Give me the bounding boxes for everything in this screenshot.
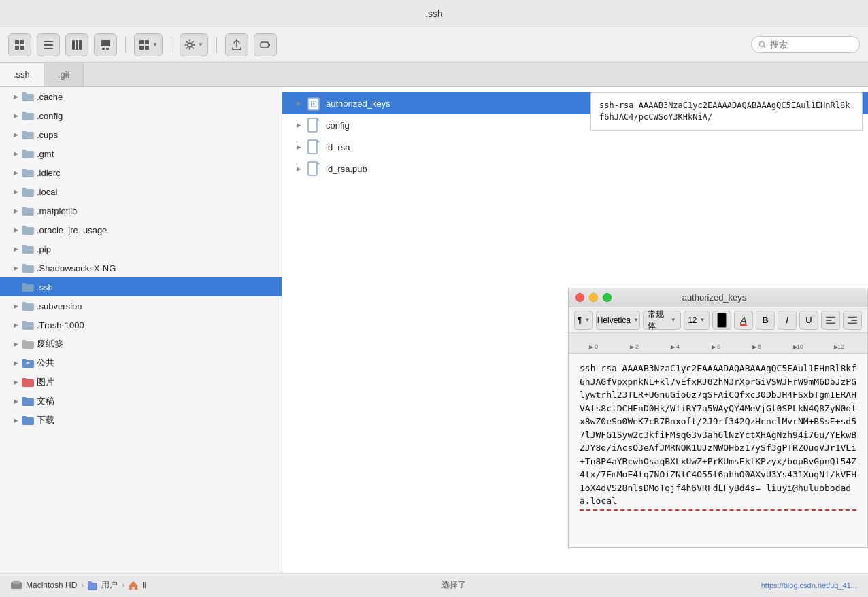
sidebar-item-trash1000[interactable]: ▶ .Trash-1000: [0, 315, 282, 335]
highlight-color-button[interactable]: A: [734, 311, 753, 330]
doc-icon-idrsa: [307, 139, 320, 155]
minimize-button[interactable]: [589, 293, 598, 302]
home-icon: [129, 581, 138, 590]
svg-rect-69: [848, 322, 857, 324]
folder-icon: [22, 187, 34, 197]
align-right-button[interactable]: [843, 311, 862, 330]
svg-rect-1: [20, 40, 24, 44]
folder-icon: [22, 263, 34, 273]
sidebar-item-public[interactable]: ▶ 公共: [0, 354, 282, 373]
sidebar-item-pictures[interactable]: ▶ 图片: [0, 373, 282, 392]
gear-icon: [184, 39, 195, 50]
sidebar-item-matplotlib[interactable]: ▶ .matplotlib: [0, 201, 282, 220]
csdn-link[interactable]: https://blog.csdn.net/uq_41...: [761, 581, 857, 590]
folder-icon: [22, 301, 34, 311]
underline-button[interactable]: U: [799, 311, 818, 330]
folder-icon: [22, 396, 34, 406]
svg-rect-66: [826, 322, 835, 324]
settings-button[interactable]: ▼: [180, 33, 208, 56]
view-list-button[interactable]: [37, 33, 60, 56]
expand-arrow-subversion: ▶: [11, 301, 20, 311]
sidebar-item-cups[interactable]: ▶ .cups: [0, 125, 282, 144]
svg-rect-34: [22, 207, 27, 209]
paragraph-icon: ¶: [578, 315, 582, 325]
sidebar-item-oracle[interactable]: ▶ .oracle_jre_usage: [0, 220, 282, 239]
label: 废纸篓: [37, 338, 63, 350]
italic-button[interactable]: I: [778, 311, 797, 330]
font-style-label: 常规体: [648, 309, 668, 332]
share-button[interactable]: [225, 33, 248, 56]
sidebar-item-shadowsocks[interactable]: ▶ .ShadowsocksX-NG: [0, 258, 282, 277]
bold-button[interactable]: B: [756, 311, 775, 330]
svg-rect-16: [145, 46, 149, 50]
ssh-content-line-1: ssh-rsa AAAAB3NzaC1yc2EAAAADAQABAAAgQC5E…: [580, 362, 856, 511]
svg-rect-18: [261, 42, 269, 48]
font-style-selector[interactable]: 常规体 ▼: [643, 311, 681, 330]
sidebar-item-documents[interactable]: ▶ 文稿: [0, 392, 282, 411]
folder-icon: [22, 377, 34, 387]
font-size-label: 12: [688, 315, 697, 325]
font-label: Helvetica: [597, 315, 631, 325]
tag-button[interactable]: [254, 33, 277, 56]
editor-content-area[interactable]: ssh-rsa AAAAB3NzaC1yc2EAAAADAQABAAAgQC5E…: [569, 354, 867, 547]
svg-rect-64: [826, 316, 835, 318]
svg-rect-15: [139, 46, 144, 50]
label: .subversion: [37, 301, 82, 311]
separator-3: [216, 37, 217, 53]
view-column-button[interactable]: [65, 33, 88, 56]
sidebar-item-subversion[interactable]: ▶ .subversion: [0, 296, 282, 315]
sidebar-item-downloads[interactable]: ▶ 下载: [0, 411, 282, 430]
sidebar-item-ssh[interactable]: .ssh: [0, 277, 282, 296]
breadcrumb: Macintosh HD › 用户 › li: [11, 579, 146, 591]
sidebar-item-local[interactable]: ▶ .local: [0, 182, 282, 201]
svg-rect-62: [308, 140, 317, 154]
style-chevron-icon: ▼: [671, 317, 676, 323]
maximize-button[interactable]: [603, 293, 612, 302]
svg-rect-28: [22, 150, 27, 152]
view-gallery-button[interactable]: [94, 33, 117, 56]
font-size-selector[interactable]: 12 ▼: [684, 311, 710, 330]
sidebar-item-gmt[interactable]: ▶ .gmt: [0, 144, 282, 163]
svg-rect-38: [22, 245, 27, 248]
sidebar-item-pip[interactable]: ▶ .pip: [0, 239, 282, 258]
highlight-underline: [740, 324, 747, 326]
expand-arrow-config: ▶: [11, 111, 20, 120]
svg-rect-9: [79, 40, 82, 50]
expand-arrow-cache: ▶: [11, 92, 20, 101]
file-item-idrsa[interactable]: ▶ id_rsa: [282, 136, 868, 158]
expand-arrow-trash1000: ▶: [11, 320, 20, 330]
sidebar: ▶ .cache ▶ .config ▶ .cups ▶: [0, 87, 282, 573]
label: .oracle_jre_usage: [37, 225, 107, 235]
toolbar: ▼ ▼: [0, 27, 868, 63]
align-left-button[interactable]: [821, 311, 840, 330]
separator-1: [125, 37, 126, 53]
text-color-button[interactable]: [712, 311, 731, 330]
sidebar-item-trash[interactable]: ▶ 废纸篓: [0, 335, 282, 354]
view-icon-grid-button[interactable]: [8, 33, 31, 56]
tab-git[interactable]: .git: [44, 63, 84, 86]
tab-ssh[interactable]: .ssh: [0, 63, 44, 86]
sidebar-item-idlerc[interactable]: ▶ .idlerc: [0, 163, 282, 182]
label: .idlerc: [37, 168, 61, 178]
selected-status: 选择了: [441, 579, 466, 591]
search-box[interactable]: [751, 36, 860, 53]
svg-rect-40: [22, 264, 27, 267]
close-button[interactable]: [575, 293, 584, 302]
search-input[interactable]: [770, 39, 852, 50]
sidebar-item-config[interactable]: ▶ .config: [0, 106, 282, 125]
expand-tri-idrsa: ▶: [293, 141, 304, 152]
ssh-content-text: ssh-rsa AAAAB3NzaC1yc2EAAAADAQABAAAgQC5E…: [580, 362, 856, 508]
file-panel: ▶ authorized_keys ▶: [282, 87, 868, 573]
expand-arrow-ssh: [11, 282, 20, 292]
group-button[interactable]: ▼: [134, 33, 163, 56]
font-selector[interactable]: Helvetica ▼: [596, 311, 640, 330]
label: .cache: [37, 92, 63, 102]
sidebar-item-cache[interactable]: ▶ .cache: [0, 87, 282, 106]
file-item-idrsapub[interactable]: ▶ id_rsa.pub: [282, 158, 868, 180]
paragraph-style-button[interactable]: ¶ ▼: [574, 311, 593, 330]
svg-rect-57: [22, 416, 27, 419]
filename-config: config: [326, 120, 350, 131]
expand-arrow-local: ▶: [11, 187, 20, 197]
label: .matplotlib: [37, 206, 77, 216]
svg-rect-73: [88, 581, 92, 584]
